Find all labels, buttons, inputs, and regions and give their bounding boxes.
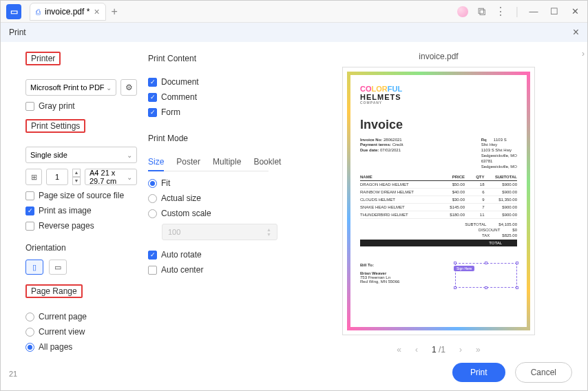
duplex-select[interactable]: Single side ⌄ <box>25 147 137 163</box>
tab-poster[interactable]: Poster <box>176 157 200 168</box>
pager-next-button[interactable]: › <box>459 345 462 355</box>
orientation-label: Orientation <box>25 243 66 253</box>
pager-first-button[interactable]: « <box>397 345 401 355</box>
copies-icon: ⊞ <box>25 169 42 185</box>
tab-booklet[interactable]: Booklet <box>253 157 281 168</box>
current-view-label: Current view <box>39 327 85 337</box>
pager-current: 1 <box>432 345 437 355</box>
account-icon[interactable] <box>457 6 468 17</box>
cancel-button[interactable]: Cancel <box>515 362 572 383</box>
gray-print-checkbox[interactable] <box>25 102 34 111</box>
printer-select[interactable]: Microsoft Print to PDF ⌄ <box>25 79 116 96</box>
table-row: SNAKE HEAD HELMET$145.007$900.00 <box>360 204 517 211</box>
page-range-section-label: Page Range <box>25 284 83 298</box>
custom-scale-label: Custom scale <box>161 209 211 218</box>
document-label: Document <box>161 77 199 87</box>
current-view-radio[interactable] <box>25 328 34 337</box>
fit-radio[interactable] <box>148 179 157 188</box>
actual-size-label: Actual size <box>161 193 201 203</box>
all-pages-radio[interactable] <box>25 343 34 352</box>
maximize-button[interactable]: ☐ <box>549 6 560 17</box>
copies-stepper[interactable]: ▲▼ <box>72 169 81 185</box>
signature-field[interactable]: Sign Here <box>455 263 517 288</box>
preview-filename: invoice.pdf <box>419 52 458 61</box>
print-preview: COLORFUL HELMETS COMPANY Invoice Invoice… <box>342 67 535 335</box>
table-row: THUNDERBIRD HELMET$180.0011$900.00 <box>360 211 517 219</box>
kebab-menu-icon[interactable]: ⋮ <box>495 5 506 18</box>
duplex-value: Single side <box>30 151 67 159</box>
minimize-button[interactable]: — <box>528 6 539 17</box>
reverse-pages-checkbox[interactable] <box>25 222 34 231</box>
printer-section-label: Printer <box>25 52 61 65</box>
page-size-source-label: Page size of source file <box>39 191 124 200</box>
print-button[interactable]: Print <box>452 363 505 382</box>
print-settings-section-label: Print Settings <box>25 119 85 133</box>
pager-prev-button[interactable]: ‹ <box>415 345 418 355</box>
orientation-landscape-button[interactable]: ▭ <box>49 260 67 275</box>
print-mode-label: Print Mode <box>148 134 188 143</box>
page-size-source-checkbox[interactable] <box>25 191 34 200</box>
invoice-logo: COLORFUL HELMETS COMPANY <box>360 85 517 105</box>
form-checkbox[interactable]: ✓ <box>148 108 157 117</box>
auto-center-checkbox[interactable] <box>148 266 157 275</box>
custom-scale-radio[interactable] <box>148 209 157 218</box>
table-row: DRAGON HEAD HELMET$50.0018$900.00 <box>360 181 517 189</box>
share-icon[interactable]: ⧉ <box>478 6 485 18</box>
print-content-label: Print Content <box>148 54 196 63</box>
invoice-table: NAME PRICE QTY SUBTOTAL DRAGON HEAD HELM… <box>360 175 517 219</box>
close-window-button[interactable]: ✕ <box>569 6 580 17</box>
sign-here-tag: Sign Here <box>454 266 474 271</box>
divider: | <box>516 6 518 18</box>
paper-size-select[interactable]: A4 21 x 29.7 cm ⌄ <box>85 169 137 185</box>
chevron-down-icon: ⌄ <box>127 151 132 159</box>
printer-properties-button[interactable]: ⚙ <box>120 79 137 96</box>
app-icon: ▭ <box>6 4 21 19</box>
dialog-footer: Print Cancel <box>1 355 587 390</box>
gray-print-label: Gray print <box>39 101 75 111</box>
custom-scale-input: 100 ▲▼ <box>162 224 277 240</box>
table-row: RAINBOW DREAM HELMET$40.006$900.00 <box>360 189 517 196</box>
new-tab-button[interactable]: + <box>112 6 118 18</box>
auto-rotate-checkbox[interactable]: ✓ <box>148 251 157 260</box>
scale-value: 100 <box>168 228 180 236</box>
orientation-portrait-button[interactable]: ▯ <box>25 260 43 275</box>
expand-caret-icon[interactable]: › <box>582 49 585 59</box>
pager-last-button[interactable]: » <box>476 345 481 355</box>
auto-rotate-label: Auto rotate <box>161 250 202 260</box>
pager-total: /1 <box>439 345 445 355</box>
dialog-title: Print <box>9 28 26 37</box>
current-page-label: Current page <box>39 312 87 321</box>
table-row: CLOUDS HELMET$30.009$1,350.00 <box>360 196 517 204</box>
printer-value: Microsoft Print to PDF <box>30 83 105 92</box>
chevron-down-icon: ⌄ <box>127 173 132 181</box>
document-tab[interactable]: ⎙ invoice.pdf * × <box>30 3 106 21</box>
landscape-icon: ▭ <box>54 263 61 272</box>
tab-multiple[interactable]: Multiple <box>213 157 241 168</box>
paper-size-value: A4 21 x 29.7 cm <box>90 169 127 185</box>
status-number: 21 <box>9 370 17 378</box>
close-tab-icon[interactable]: × <box>94 6 99 17</box>
comment-checkbox[interactable]: ✓ <box>148 93 157 102</box>
all-pages-label: All pages <box>39 342 72 352</box>
print-as-image-checkbox[interactable]: ✓ <box>25 207 34 215</box>
titlebar: ▭ ⎙ invoice.pdf * × + ⧉ ⋮ | — ☐ ✕ <box>1 1 587 23</box>
print-as-image-label: Print as image <box>39 206 92 215</box>
copies-input[interactable]: 1 <box>46 169 68 185</box>
tab-size[interactable]: Size <box>148 157 164 171</box>
current-page-radio[interactable] <box>25 313 34 321</box>
auto-center-label: Auto center <box>161 265 203 275</box>
tab-title: invoice.pdf * <box>45 7 90 17</box>
form-label: Form <box>161 107 180 117</box>
dialog-close-icon[interactable]: × <box>573 26 579 39</box>
actual-size-radio[interactable] <box>148 194 157 203</box>
tab-save-icon: ⎙ <box>36 8 41 16</box>
document-checkbox[interactable]: ✓ <box>148 78 157 87</box>
invoice-heading: Invoice <box>360 118 517 132</box>
gear-icon: ⚙ <box>125 83 133 92</box>
dialog-header: Print × <box>1 23 587 42</box>
portrait-icon: ▯ <box>32 263 36 272</box>
reverse-pages-label: Reverse pages <box>39 221 94 231</box>
comment-label: Comment <box>161 92 197 102</box>
preview-pager: « ‹ 1 /1 › » <box>397 345 480 355</box>
fit-label: Fit <box>161 178 170 188</box>
